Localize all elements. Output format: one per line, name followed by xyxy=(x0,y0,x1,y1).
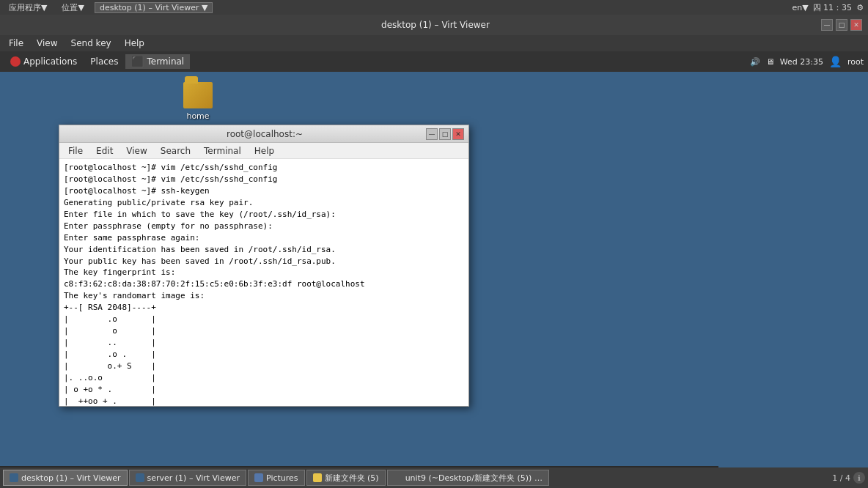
gnome-user-icon[interactable]: 👤 xyxy=(829,56,842,67)
host-taskbar-page-text: 1 / 4 xyxy=(832,473,850,483)
host-task-desktop-label: desktop (1) – Virt Viewer xyxy=(21,473,121,483)
gnome-volume-icon[interactable]: 🔊 xyxy=(750,57,760,67)
virt-viewer-minimize-btn[interactable]: — xyxy=(821,19,833,31)
host-taskbar-right: 1 / 4 ℹ xyxy=(832,472,865,484)
host-task-virt-icon xyxy=(10,473,18,482)
virt-viewer-window: desktop (1) – Virt Viewer — □ ✕ File Vie… xyxy=(0,15,868,488)
host-task-unit9[interactable]: unit9 (~Desktop/新建文件夹 (5)) … xyxy=(387,470,549,486)
host-places-menu[interactable]: 位置▼ xyxy=(57,2,88,13)
host-window-title-btn[interactable]: desktop (1) – Virt Viewer ▼ xyxy=(95,2,213,13)
host-settings-icon[interactable]: ⚙ xyxy=(856,3,864,12)
terminal-title: root@localhost:~ xyxy=(103,129,426,139)
host-task-unit9-icon xyxy=(394,473,402,482)
terminal-help-menu[interactable]: Help xyxy=(249,144,280,158)
virt-viewer-title: desktop (1) – Virt Viewer xyxy=(381,20,490,30)
host-task-pictures-label: Pictures xyxy=(266,473,298,483)
host-time: 四 11：35 xyxy=(813,2,853,13)
host-topbar: 应用程序▼ 位置▼ desktop (1) – Virt Viewer ▼ en… xyxy=(0,0,868,15)
terminal-titlebar-btns: — □ ✕ xyxy=(426,128,464,140)
terminal-minimize-btn[interactable]: — xyxy=(426,128,438,140)
guest-desktop: Applications Places ⬛ Terminal 🔊 🖥 Wed 2… xyxy=(0,51,868,488)
terminal-titlebar: root@localhost:~ — □ ✕ xyxy=(59,125,468,143)
home-folder-icon xyxy=(183,82,213,108)
gnome-terminal-label: Terminal xyxy=(147,56,184,67)
host-topbar-right: en▼ 四 11：35 ⚙ xyxy=(792,2,864,13)
terminal-file-menu[interactable]: File xyxy=(62,144,89,158)
host-task-unit9-label: unit9 (~Desktop/新建文件夹 (5)) … xyxy=(405,473,542,484)
gnome-datetime: Wed 23:35 xyxy=(780,57,823,67)
virt-viewer-close-btn[interactable]: ✕ xyxy=(850,19,862,31)
host-apps-menu[interactable]: 应用程序▼ xyxy=(4,2,51,13)
terminal-search-menu[interactable]: Search xyxy=(155,144,196,158)
host-task-server-label: server (1) – Virt Viewer xyxy=(147,473,240,483)
desktop-icon-home[interactable]: home xyxy=(172,79,224,124)
terminal-content[interactable]: [root@localhost ~]# vim /etc/ssh/sshd_co… xyxy=(59,159,468,406)
host-task-files5-icon xyxy=(313,473,322,482)
host-taskbar: desktop (1) – Virt Viewer server (1) – V… xyxy=(0,467,868,488)
terminal-window: root@localhost:~ — □ ✕ File Edit View Se… xyxy=(59,125,469,407)
host-task-server-virt[interactable]: server (1) – Virt Viewer xyxy=(129,470,246,486)
gnome-applications-label: Applications xyxy=(23,56,77,67)
gnome-network-icon[interactable]: 🖥 xyxy=(766,57,774,67)
virt-viewer-restore-btn[interactable]: □ xyxy=(836,19,847,31)
host-lang[interactable]: en▼ xyxy=(792,3,808,12)
virt-viewer-file-menu[interactable]: File xyxy=(3,37,29,50)
gnome-panel-left: Applications Places ⬛ Terminal xyxy=(4,54,190,69)
host-task-pictures-icon xyxy=(254,473,263,482)
host-task-desktop-virt[interactable]: desktop (1) – Virt Viewer xyxy=(3,470,128,486)
home-icon-label: home xyxy=(186,111,209,121)
virt-viewer-help-menu[interactable]: Help xyxy=(119,37,150,50)
host-topbar-left: 应用程序▼ 位置▼ desktop (1) – Virt Viewer ▼ xyxy=(4,2,213,13)
gnome-app-icon xyxy=(10,56,21,67)
terminal-view-menu[interactable]: View xyxy=(120,144,152,158)
host-task-server-icon xyxy=(136,473,144,482)
virt-viewer-sendkey-menu[interactable]: Send key xyxy=(65,37,117,50)
host-taskbar-info-icon[interactable]: ℹ xyxy=(853,472,865,484)
virt-viewer-titlebar: desktop (1) – Virt Viewer — □ ✕ xyxy=(0,15,868,35)
terminal-menubar: File Edit View Search Terminal Help xyxy=(59,143,468,159)
terminal-terminal-menu[interactable]: Terminal xyxy=(198,144,247,158)
terminal-edit-menu[interactable]: Edit xyxy=(90,144,119,158)
gnome-panel: Applications Places ⬛ Terminal 🔊 🖥 Wed 2… xyxy=(0,51,868,72)
host-task-files5-label: 新建文件夹 (5) xyxy=(325,473,379,484)
virt-viewer-titlebar-btns: — □ ✕ xyxy=(821,19,862,31)
gnome-terminal-taskitem[interactable]: ⬛ Terminal xyxy=(125,54,190,69)
virt-viewer-menubar: File View Send key Help xyxy=(0,35,868,51)
host-task-files5[interactable]: 新建文件夹 (5) xyxy=(306,470,386,486)
gnome-user-label: root xyxy=(847,57,864,67)
terminal-close-btn[interactable]: ✕ xyxy=(452,128,464,140)
virt-viewer-view-menu[interactable]: View xyxy=(31,37,63,50)
gnome-applications-menu[interactable]: Applications xyxy=(4,55,83,68)
gnome-places-menu[interactable]: Places xyxy=(84,55,124,68)
terminal-maximize-btn[interactable]: □ xyxy=(439,128,451,140)
gnome-places-label: Places xyxy=(90,56,118,67)
gnome-panel-right: 🔊 🖥 Wed 23:35 👤 root xyxy=(750,56,864,67)
host-task-pictures[interactable]: Pictures xyxy=(248,470,305,486)
